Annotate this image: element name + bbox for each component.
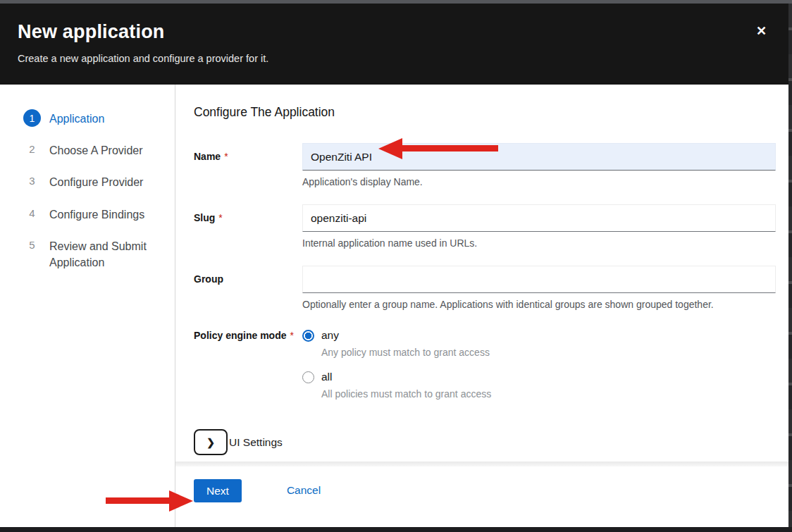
chevron-right-icon: ❯ — [206, 437, 215, 448]
name-label: Name* — [194, 143, 302, 187]
slug-input[interactable] — [302, 204, 776, 232]
required-asterisk: * — [218, 212, 222, 223]
required-asterisk: * — [290, 330, 293, 341]
next-button[interactable]: Next — [194, 479, 242, 502]
group-helper-text: Optionally enter a group name. Applicati… — [302, 299, 776, 310]
policy-mode-any-helper: Any policy must match to grant access — [321, 347, 776, 358]
name-helper-text: Application's display Name. — [302, 176, 776, 187]
wizard-step-configure-bindings[interactable]: 4 Configure Bindings — [23, 205, 165, 223]
step-number: 5 — [23, 237, 41, 251]
policy-engine-mode-row: Policy engine mode* any Any policy must … — [194, 327, 776, 400]
required-asterisk: * — [224, 151, 228, 162]
step-number: 3 — [23, 173, 41, 187]
wizard-step-configure-provider[interactable]: 3 Configure Provider — [23, 173, 165, 190]
annotation-arrow-name-field — [378, 138, 498, 159]
slug-label: Slug* — [194, 204, 302, 249]
wizard-footer: Next Cancel — [175, 466, 792, 527]
group-label: Group — [194, 266, 302, 310]
modal-subtitle: Create a new application and configure a… — [18, 53, 792, 64]
arrow-head-icon — [378, 138, 402, 159]
wizard-step-application[interactable]: 1 Application — [23, 109, 165, 127]
close-icon[interactable]: ✕ — [756, 25, 767, 37]
ui-settings-label: UI Settings — [229, 436, 283, 449]
step-label: Configure Provider — [49, 173, 143, 190]
step-number: 2 — [23, 141, 41, 155]
policy-engine-mode-label: Policy engine mode* — [194, 327, 302, 400]
ui-settings-expander: ❯ UI Settings — [194, 429, 776, 455]
step-label: Review and Submit Application — [49, 237, 165, 271]
policy-mode-all-radio[interactable] — [302, 371, 314, 383]
policy-mode-any-radio[interactable] — [302, 330, 314, 342]
annotation-arrow-next-button — [106, 490, 193, 512]
wizard-step-review-submit[interactable]: 5 Review and Submit Application — [23, 237, 165, 271]
arrow-head-icon — [169, 490, 193, 512]
group-field-row: Group Optionally enter a group name. App… — [194, 266, 776, 310]
slug-field-row: Slug* Internal application name used in … — [194, 204, 776, 249]
step-number-badge: 1 — [23, 109, 41, 127]
policy-mode-any-option: any — [302, 327, 776, 342]
modal-title: New application — [18, 21, 792, 43]
ui-settings-expand-button[interactable]: ❯ — [194, 429, 228, 455]
step-label: Application — [49, 109, 104, 127]
wizard-step-choose-provider[interactable]: 2 Choose A Provider — [23, 141, 165, 159]
name-input[interactable] — [302, 143, 776, 171]
step-label: Choose A Provider — [49, 141, 143, 159]
cancel-link[interactable]: Cancel — [287, 479, 321, 497]
footer-divider — [175, 462, 792, 466]
backdrop-top-strip — [0, 0, 792, 4]
backdrop-bottom-strip — [0, 527, 792, 532]
step-label: Configure Bindings — [49, 205, 144, 223]
backdrop-right-strip — [788, 4, 792, 527]
new-application-modal: New application Create a new application… — [0, 0, 792, 532]
policy-mode-any-label[interactable]: any — [321, 329, 339, 342]
policy-mode-all-helper: All policies must match to grant access — [321, 388, 776, 400]
policy-mode-all-label[interactable]: all — [321, 371, 333, 383]
group-input[interactable] — [302, 266, 776, 293]
page-title: Configure The Application — [194, 105, 776, 120]
modal-header: New application Create a new application… — [0, 4, 792, 85]
slug-helper-text: Internal application name used in URLs. — [302, 237, 776, 249]
step-number: 4 — [23, 205, 41, 219]
policy-mode-all-option: all — [302, 369, 776, 383]
wizard-nav: 1 Application 2 Choose A Provider 3 Conf… — [0, 85, 175, 527]
